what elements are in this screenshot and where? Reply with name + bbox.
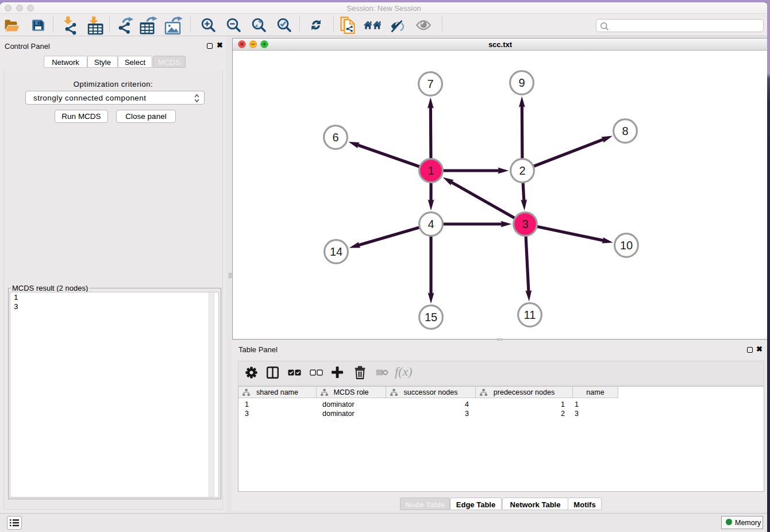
svg-text:1: 1 [428,164,434,177]
svg-text:4: 4 [428,218,434,230]
svg-text:6: 6 [332,131,338,144]
svg-text:7: 7 [427,78,433,90]
svg-text:3: 3 [522,218,528,230]
svg-text:2: 2 [519,164,525,177]
svg-text:10: 10 [620,239,633,252]
svg-text:14: 14 [330,245,342,258]
svg-text:8: 8 [622,125,628,137]
svg-text:11: 11 [524,309,536,321]
svg-text:9: 9 [518,76,525,89]
svg-text:15: 15 [425,311,437,323]
